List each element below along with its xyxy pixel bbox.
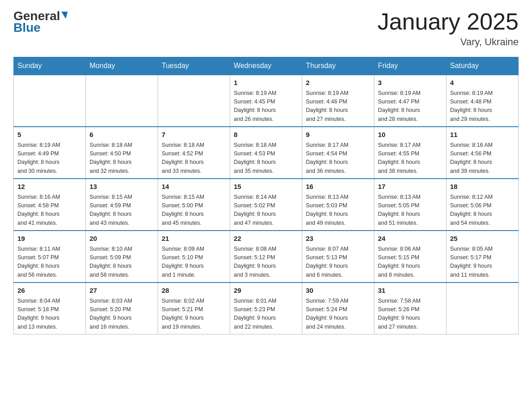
day-number: 8 [234,130,298,140]
day-info: Sunrise: 8:14 AMSunset: 5:02 PMDaylight:… [234,193,298,228]
day-number: 28 [162,286,226,296]
logo-blue: Blue [13,21,68,35]
day-number: 22 [234,234,298,244]
calendar-cell: 29Sunrise: 8:01 AMSunset: 5:23 PMDayligh… [230,283,302,334]
calendar-cell: 4Sunrise: 8:19 AMSunset: 4:48 PMDaylight… [446,75,519,127]
calendar-cell: 25Sunrise: 8:05 AMSunset: 5:17 PMDayligh… [446,231,519,283]
day-number: 3 [378,78,442,88]
calendar-cell: 2Sunrise: 8:19 AMSunset: 4:46 PMDaylight… [302,75,374,127]
calendar-cell: 7Sunrise: 8:18 AMSunset: 4:52 PMDaylight… [158,127,230,179]
day-number: 13 [90,182,154,192]
day-number: 2 [306,78,370,88]
title-section: January 2025 Vary, Ukraine [378,9,519,48]
day-info: Sunrise: 8:19 AMSunset: 4:49 PMDaylight:… [17,141,82,176]
calendar-cell: 12Sunrise: 8:16 AMSunset: 4:58 PMDayligh… [14,179,86,231]
day-number: 26 [17,286,82,296]
day-number: 12 [17,182,82,192]
calendar-cell [446,283,519,334]
logo-arrow-icon [61,12,68,19]
calendar-cell: 21Sunrise: 8:09 AMSunset: 5:10 PMDayligh… [158,231,230,283]
calendar-cell: 24Sunrise: 8:06 AMSunset: 5:15 PMDayligh… [374,231,446,283]
day-info: Sunrise: 8:03 AMSunset: 5:20 PMDaylight:… [90,297,154,332]
calendar-subtitle: Vary, Ukraine [378,36,519,48]
calendar-cell [158,75,230,127]
page-header: General Blue January 2025 Vary, Ukraine [13,9,519,48]
day-number: 15 [234,182,298,192]
calendar-cell: 22Sunrise: 8:08 AMSunset: 5:12 PMDayligh… [230,231,302,283]
day-info: Sunrise: 8:10 AMSunset: 5:09 PMDaylight:… [90,245,154,280]
calendar-cell: 9Sunrise: 8:17 AMSunset: 4:54 PMDaylight… [302,127,374,179]
calendar-cell: 5Sunrise: 8:19 AMSunset: 4:49 PMDaylight… [14,127,86,179]
calendar-cell: 18Sunrise: 8:12 AMSunset: 5:06 PMDayligh… [446,179,519,231]
day-number: 17 [378,182,442,192]
calendar-cell: 26Sunrise: 8:04 AMSunset: 5:18 PMDayligh… [14,283,86,334]
day-info: Sunrise: 8:18 AMSunset: 4:50 PMDaylight:… [90,141,154,176]
day-info: Sunrise: 7:59 AMSunset: 5:24 PMDaylight:… [306,297,370,332]
header-friday: Friday [374,57,446,75]
day-info: Sunrise: 8:17 AMSunset: 4:55 PMDaylight:… [378,141,442,176]
calendar-title: January 2025 [378,9,519,34]
calendar-cell [86,75,158,127]
day-info: Sunrise: 8:06 AMSunset: 5:15 PMDaylight:… [378,245,442,280]
day-info: Sunrise: 8:13 AMSunset: 5:05 PMDaylight:… [378,193,442,228]
calendar-cell: 10Sunrise: 8:17 AMSunset: 4:55 PMDayligh… [374,127,446,179]
day-number: 19 [17,234,82,244]
logo: General Blue [13,9,68,35]
day-number: 10 [378,130,442,140]
day-info: Sunrise: 8:08 AMSunset: 5:12 PMDaylight:… [234,245,298,280]
day-info: Sunrise: 8:12 AMSunset: 5:06 PMDaylight:… [450,193,515,228]
day-info: Sunrise: 8:15 AMSunset: 4:59 PMDaylight:… [90,193,154,228]
calendar-table: SundayMondayTuesdayWednesdayThursdayFrid… [13,57,519,334]
calendar-cell: 27Sunrise: 8:03 AMSunset: 5:20 PMDayligh… [86,283,158,334]
calendar-cell: 13Sunrise: 8:15 AMSunset: 4:59 PMDayligh… [86,179,158,231]
day-info: Sunrise: 8:05 AMSunset: 5:17 PMDaylight:… [450,245,515,280]
day-info: Sunrise: 8:19 AMSunset: 4:45 PMDaylight:… [234,89,298,124]
day-number: 14 [162,182,226,192]
calendar-cell: 28Sunrise: 8:02 AMSunset: 5:21 PMDayligh… [158,283,230,334]
day-info: Sunrise: 8:19 AMSunset: 4:47 PMDaylight:… [378,89,442,124]
calendar-week-2: 5Sunrise: 8:19 AMSunset: 4:49 PMDaylight… [14,127,519,179]
day-number: 18 [450,182,515,192]
calendar-cell: 16Sunrise: 8:13 AMSunset: 5:03 PMDayligh… [302,179,374,231]
day-number: 27 [90,286,154,296]
day-number: 1 [234,78,298,88]
day-info: Sunrise: 8:13 AMSunset: 5:03 PMDaylight:… [306,193,370,228]
calendar-cell [14,75,86,127]
day-number: 4 [450,78,515,88]
calendar-cell: 1Sunrise: 8:19 AMSunset: 4:45 PMDaylight… [230,75,302,127]
calendar-header-row: SundayMondayTuesdayWednesdayThursdayFrid… [14,57,519,75]
calendar-week-1: 1Sunrise: 8:19 AMSunset: 4:45 PMDaylight… [14,75,519,127]
calendar-cell: 3Sunrise: 8:19 AMSunset: 4:47 PMDaylight… [374,75,446,127]
day-number: 11 [450,130,515,140]
header-tuesday: Tuesday [158,57,230,75]
day-number: 31 [378,286,442,296]
calendar-cell: 30Sunrise: 7:59 AMSunset: 5:24 PMDayligh… [302,283,374,334]
day-number: 29 [234,286,298,296]
day-info: Sunrise: 8:02 AMSunset: 5:21 PMDaylight:… [162,297,226,332]
calendar-cell: 8Sunrise: 8:18 AMSunset: 4:53 PMDaylight… [230,127,302,179]
day-number: 5 [17,130,82,140]
day-number: 9 [306,130,370,140]
calendar-week-4: 19Sunrise: 8:11 AMSunset: 5:07 PMDayligh… [14,231,519,283]
calendar-cell: 31Sunrise: 7:58 AMSunset: 5:26 PMDayligh… [374,283,446,334]
day-number: 30 [306,286,370,296]
calendar-cell: 14Sunrise: 8:15 AMSunset: 5:00 PMDayligh… [158,179,230,231]
day-number: 16 [306,182,370,192]
header-saturday: Saturday [446,57,519,75]
day-number: 7 [162,130,226,140]
day-info: Sunrise: 8:18 AMSunset: 4:52 PMDaylight:… [162,141,226,176]
day-number: 24 [378,234,442,244]
calendar-cell: 15Sunrise: 8:14 AMSunset: 5:02 PMDayligh… [230,179,302,231]
header-monday: Monday [86,57,158,75]
calendar-cell: 6Sunrise: 8:18 AMSunset: 4:50 PMDaylight… [86,127,158,179]
calendar-week-5: 26Sunrise: 8:04 AMSunset: 5:18 PMDayligh… [14,283,519,334]
calendar-cell: 19Sunrise: 8:11 AMSunset: 5:07 PMDayligh… [14,231,86,283]
header-thursday: Thursday [302,57,374,75]
day-number: 21 [162,234,226,244]
calendar-cell: 23Sunrise: 8:07 AMSunset: 5:13 PMDayligh… [302,231,374,283]
day-info: Sunrise: 8:01 AMSunset: 5:23 PMDaylight:… [234,297,298,332]
header-wednesday: Wednesday [230,57,302,75]
day-number: 20 [90,234,154,244]
day-number: 23 [306,234,370,244]
day-info: Sunrise: 8:15 AMSunset: 5:00 PMDaylight:… [162,193,226,228]
